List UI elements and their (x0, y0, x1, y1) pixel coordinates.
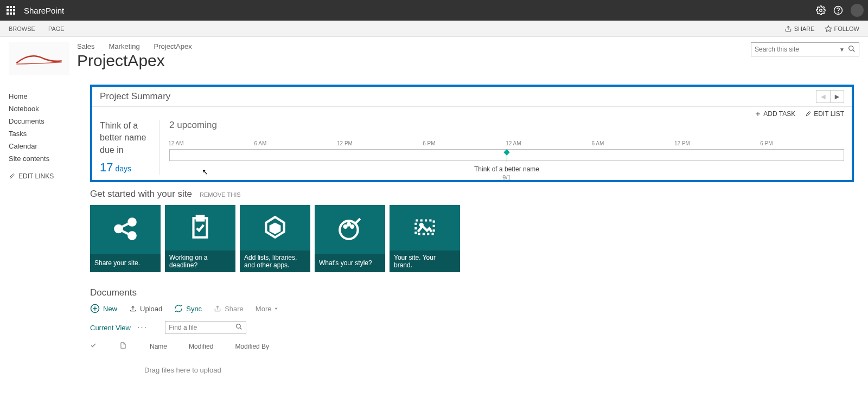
search-icon[interactable] (848, 45, 856, 54)
svg-point-19 (115, 225, 122, 232)
svg-line-22 (122, 223, 130, 227)
nav-site-contents[interactable]: Site contents (9, 152, 90, 165)
edit-links-button[interactable]: EDIT LINKS (9, 172, 90, 180)
documents-column-headers: Name Modified Modified By (90, 339, 854, 353)
help-icon[interactable] (833, 5, 843, 15)
suite-bar: SharePoint (0, 0, 868, 21)
timeline-labels: 12 AM 6 AM 12 PM 6 PM 12 AM 6 AM 12 PM 6… (169, 140, 844, 149)
top-nav: Sales Marketing ProjectApex (77, 42, 192, 50)
timeline-marker-line (507, 152, 507, 162)
user-avatar[interactable] (851, 4, 864, 17)
svg-rect-6 (7, 12, 9, 15)
view-menu-button[interactable]: ··· (137, 323, 148, 332)
cursor-icon: ↖ (202, 168, 208, 176)
page-title: ProjectApex (77, 52, 192, 70)
share-icon (112, 215, 139, 244)
svg-rect-5 (13, 9, 15, 11)
get-started-title: Get started with your site (90, 189, 192, 200)
current-view-link[interactable]: Current View (90, 324, 131, 332)
svg-rect-3 (7, 9, 9, 11)
svg-rect-8 (13, 12, 15, 15)
page-header: Sales Marketing ProjectApex ProjectApex … (0, 37, 868, 79)
svg-marker-40 (275, 308, 278, 310)
find-search-icon[interactable] (235, 323, 242, 332)
nav-tasks[interactable]: Tasks (9, 127, 90, 140)
nav-documents[interactable]: Documents (9, 115, 90, 127)
col-name[interactable]: Name (150, 343, 167, 350)
summary-prev-button[interactable]: ◄ (816, 90, 830, 103)
svg-point-34 (420, 223, 423, 226)
svg-rect-0 (7, 6, 9, 8)
add-task-button[interactable]: ADD TASK (755, 110, 795, 118)
project-summary-webpart: Project Summary ◄ ► ADD TASK EDIT LIST (90, 85, 854, 182)
svg-point-20 (129, 219, 136, 226)
share-docs-button[interactable]: Share (214, 305, 244, 313)
svg-rect-2 (13, 6, 15, 8)
svg-point-41 (237, 324, 241, 329)
svg-point-21 (129, 232, 136, 239)
summary-task-name: Think of a better name due in (100, 120, 154, 156)
tile-style[interactable]: What's your style? (315, 205, 385, 272)
ribbon-tab-page[interactable]: PAGE (48, 25, 65, 32)
hexagon-icon (261, 214, 289, 242)
svg-line-42 (240, 328, 241, 329)
ribbon: BROWSE PAGE SHARE FOLLOW (0, 21, 868, 37)
more-button[interactable]: More (256, 305, 279, 313)
timeline-marker-date: 9/1 (502, 174, 510, 181)
nav-link-sales[interactable]: Sales (77, 42, 95, 50)
summary-title: Project Summary (100, 91, 170, 102)
summary-next-button[interactable]: ► (830, 90, 844, 103)
svg-rect-7 (10, 12, 12, 15)
remove-this-link[interactable]: REMOVE THIS (200, 191, 241, 198)
nav-link-projectapex[interactable]: ProjectApex (154, 42, 192, 50)
drop-files-hint: Drag files here to upload (90, 366, 854, 374)
site-logo[interactable] (9, 42, 69, 75)
svg-point-15 (849, 46, 853, 50)
svg-point-12 (851, 4, 864, 17)
edit-list-button[interactable]: EDIT LIST (805, 110, 844, 118)
search-input[interactable] (755, 46, 837, 53)
find-file-box[interactable] (165, 321, 246, 334)
nav-notebook[interactable]: Notebook (9, 102, 90, 115)
col-modified-by[interactable]: Modified By (235, 343, 269, 350)
brand-label: SharePoint (24, 6, 64, 15)
find-file-input[interactable] (169, 324, 235, 331)
svg-marker-27 (271, 223, 280, 233)
tile-add-lists[interactable]: Add lists, libraries, and other apps. (240, 205, 310, 272)
sync-button[interactable]: Sync (174, 304, 202, 313)
svg-line-32 (354, 219, 360, 224)
svg-rect-1 (10, 6, 12, 8)
type-column-icon[interactable] (119, 342, 128, 351)
svg-rect-25 (197, 216, 204, 220)
svg-point-11 (838, 12, 839, 13)
tile-share-site[interactable]: Share your site. (90, 205, 161, 272)
upload-button[interactable]: Upload (129, 305, 162, 313)
search-scope-dropdown[interactable]: ▼ (839, 47, 845, 53)
documents-webpart: Documents New Upload Sync Share (90, 287, 854, 374)
new-button[interactable]: New (90, 304, 117, 313)
image-icon (411, 214, 438, 242)
nav-link-marketing[interactable]: Marketing (109, 42, 140, 50)
svg-line-16 (853, 49, 855, 52)
tile-brand[interactable]: Your site. Your brand. (390, 205, 460, 272)
timeline[interactable]: 12 AM 6 AM 12 PM 6 PM 12 AM 6 AM 12 PM 6… (169, 140, 844, 161)
follow-button[interactable]: FOLLOW (825, 25, 859, 33)
svg-marker-14 (825, 25, 832, 31)
settings-icon[interactable] (816, 5, 826, 15)
upcoming-heading: 2 upcoming (169, 120, 844, 131)
tile-deadline[interactable]: Working on a deadline? (165, 205, 235, 272)
select-all-checkbox[interactable] (90, 342, 98, 350)
nav-home[interactable]: Home (9, 90, 90, 102)
get-started-tiles: Share your site. Working on a deadline? … (90, 205, 854, 272)
ribbon-tab-browse[interactable]: BROWSE (9, 25, 35, 32)
app-launcher-icon[interactable] (4, 4, 17, 17)
search-box[interactable]: ▼ (751, 42, 859, 56)
svg-point-29 (344, 225, 347, 227)
svg-rect-4 (10, 9, 12, 11)
col-modified[interactable]: Modified (189, 343, 213, 350)
nav-calendar[interactable]: Calendar (9, 140, 90, 152)
share-button[interactable]: SHARE (784, 25, 815, 33)
svg-point-31 (351, 225, 353, 227)
svg-point-30 (348, 223, 350, 225)
left-nav: Home Notebook Documents Tasks Calendar S… (9, 79, 90, 374)
